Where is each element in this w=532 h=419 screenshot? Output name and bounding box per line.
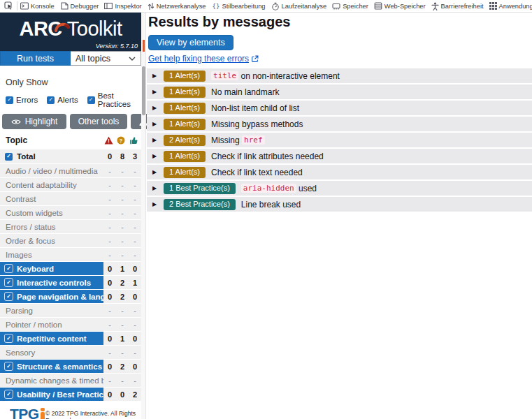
message-text: Missing href <box>211 135 265 145</box>
devtools-tab-netzwerkanalyse[interactable]: Netzwerkanalyse <box>145 0 209 12</box>
topic-label-text: Order & focus <box>6 237 55 245</box>
topic-row-audio-video-multimedia[interactable]: Audio / video / multimedia--- <box>0 164 141 177</box>
topic-row-custom-widgets[interactable]: Custom widgets--- <box>0 206 141 219</box>
devtools-tab-konsole[interactable]: Konsole <box>17 0 57 12</box>
checkbox-checked-icon[interactable] <box>5 362 13 370</box>
checkbox-checked-icon[interactable] <box>47 96 55 104</box>
topic-label-text: Contrast <box>6 195 36 203</box>
network-icon <box>148 2 154 10</box>
devtools-tab-speicher[interactable]: Speicher <box>329 0 371 12</box>
topic-label: Dynamic changes & timed behavior <box>0 374 103 387</box>
errors-count: 0 <box>103 362 116 371</box>
checkbox-checked-icon[interactable] <box>5 153 13 161</box>
get-help-link[interactable]: Get help fixing these errors <box>148 54 249 64</box>
topic-row-contrast[interactable]: Contrast--- <box>0 192 141 205</box>
highlight-button[interactable]: Highlight <box>2 114 66 129</box>
topic-row-images[interactable]: Images--- <box>0 248 141 261</box>
message-row[interactable]: 2 Alert(s)Missing href <box>147 133 532 147</box>
message-text-part: Missing bypass methods <box>211 119 303 129</box>
run-tests-button[interactable]: Run tests <box>0 51 71 66</box>
devtools-tab-barrierefreiheit[interactable]: Barrierefreiheit <box>429 0 487 12</box>
checkbox-checked-icon[interactable] <box>5 265 13 272</box>
devtools-tab-stilbearbeitung[interactable]: {}Stilbearbeitung <box>209 0 268 12</box>
errors-count: - <box>103 195 116 203</box>
message-row[interactable]: 1 Alert(s)Missing bypass methods <box>147 117 532 131</box>
devtools-tab-anwendung[interactable]: Anwendung <box>487 0 532 12</box>
topic-row-structure-semantics[interactable]: Structure & semantics020 <box>0 360 141 373</box>
checkbox-checked-icon[interactable] <box>5 335 13 342</box>
topic-label: Content adaptability <box>0 178 103 191</box>
topic-label: Images <box>0 248 103 261</box>
checkbox-checked-icon[interactable] <box>5 279 13 286</box>
checkbox-checked-icon[interactable] <box>5 390 13 398</box>
devtools-tab-web-speicher[interactable]: Web-Speicher <box>371 0 429 12</box>
filter-errors: Errors <box>6 96 38 104</box>
expand-arrow-icon[interactable] <box>152 202 158 207</box>
alerts-count: - <box>116 167 129 175</box>
scrollbar-thumb[interactable] <box>142 66 145 115</box>
topic-row-order-focus[interactable]: Order & focus--- <box>0 234 141 247</box>
expand-arrow-icon[interactable] <box>152 122 158 127</box>
message-row[interactable]: 1 Alert(s)Check if link attributes neede… <box>147 149 532 163</box>
sidebar-scrollbar[interactable] <box>141 13 146 419</box>
message-text-part: used <box>296 184 317 193</box>
expand-arrow-icon[interactable] <box>152 170 158 175</box>
expand-arrow-icon[interactable] <box>152 105 158 111</box>
expand-arrow-icon[interactable] <box>152 138 158 143</box>
message-row[interactable]: 1 Alert(s)title on non-interactive eleme… <box>147 68 532 83</box>
expand-arrow-icon[interactable] <box>152 89 158 95</box>
topics-dropdown[interactable]: All topics <box>71 51 141 66</box>
alert-count-badge: 1 Alert(s) <box>164 167 206 178</box>
message-row[interactable]: 1 Alert(s)Non-list item child of list <box>147 101 532 115</box>
topic-row-interactive-controls[interactable]: Interactive controls021 <box>0 276 141 289</box>
devtools-tab-laufzeitanalyse[interactable]: Laufzeitanalyse <box>268 0 330 12</box>
expand-arrow-icon[interactable] <box>152 186 158 191</box>
element-picker-button[interactable] <box>0 0 17 12</box>
checkbox-checked-icon[interactable] <box>6 96 13 104</box>
message-row[interactable]: 1 Best Practice(s)aria-hidden used <box>147 181 532 196</box>
topic-row-page-navigation-language[interactable]: Page navigation & language020 <box>0 290 141 303</box>
topic-row-dynamic-changes-timed-behavior[interactable]: Dynamic changes & timed behavior--- <box>0 374 141 387</box>
alerts-count: 2 <box>116 362 129 371</box>
view-by-elements-button[interactable]: View by elements <box>148 35 233 50</box>
other-tools-button[interactable]: Other tools <box>70 114 127 129</box>
topic-label: Audio / video / multimedia <box>0 164 103 177</box>
topic-label-text: Interactive controls <box>17 279 91 287</box>
topic-row-total[interactable]: Total083 <box>0 149 141 163</box>
topic-row-usability-best-practice[interactable]: Usability / Best Practice002 <box>0 388 141 401</box>
topic-row-keyboard[interactable]: Keyboard010 <box>0 262 141 275</box>
storage-icon <box>374 2 382 10</box>
topic-row-errors-status[interactable]: Errors / status--- <box>0 220 141 233</box>
topic-label: Usability / Best Practice <box>0 388 103 401</box>
devtools-tab-debugger[interactable]: Debugger <box>57 0 102 12</box>
best-practice-count-badge: 2 Best Practice(s) <box>164 199 236 210</box>
expand-arrow-icon[interactable] <box>152 73 158 79</box>
message-row[interactable]: 1 Alert(s)Check if link text needed <box>147 165 532 179</box>
devtools-tabbar: KonsoleDebuggerInspektorNetzwerkanalyse{… <box>0 0 532 13</box>
tab-label: Speicher <box>343 3 368 10</box>
topic-row-content-adaptability[interactable]: Content adaptability--- <box>0 178 141 191</box>
topic-label-text: Dynamic changes & timed behavior <box>6 376 103 385</box>
alerts-count: - <box>116 251 129 259</box>
tab-label: Netzwerkanalyse <box>157 3 206 10</box>
topic-label-text: Audio / video / multimedia <box>6 167 98 175</box>
topic-row-sensory[interactable]: Sensory--- <box>0 346 141 359</box>
filter-label: Best Practices <box>98 91 141 108</box>
message-text-part: Missing <box>211 135 242 145</box>
message-row[interactable]: 2 Best Practice(s)Line break used <box>147 197 532 212</box>
best-practices-count: - <box>129 237 141 245</box>
topic-row-pointer-motion[interactable]: Pointer / motion--- <box>0 318 141 331</box>
message-row[interactable]: 1 Alert(s)No main landmark <box>147 84 532 99</box>
checkbox-checked-icon[interactable] <box>5 293 13 300</box>
accessibility-icon <box>431 2 439 10</box>
topic-row-parsing[interactable]: Parsing--- <box>0 304 141 317</box>
checkbox-checked-icon[interactable] <box>87 96 95 104</box>
topic-label: Custom widgets <box>0 206 103 219</box>
expand-arrow-icon[interactable] <box>152 154 158 159</box>
topic-row-repetitive-content[interactable]: Repetitive content010 <box>0 332 141 345</box>
alerts-count: 2 <box>116 279 129 287</box>
topic-label-text: Page navigation & language <box>17 293 103 301</box>
memory-icon <box>332 2 340 10</box>
topic-label-text: Parsing <box>6 307 33 315</box>
devtools-tab-inspektor[interactable]: Inspektor <box>101 0 144 12</box>
